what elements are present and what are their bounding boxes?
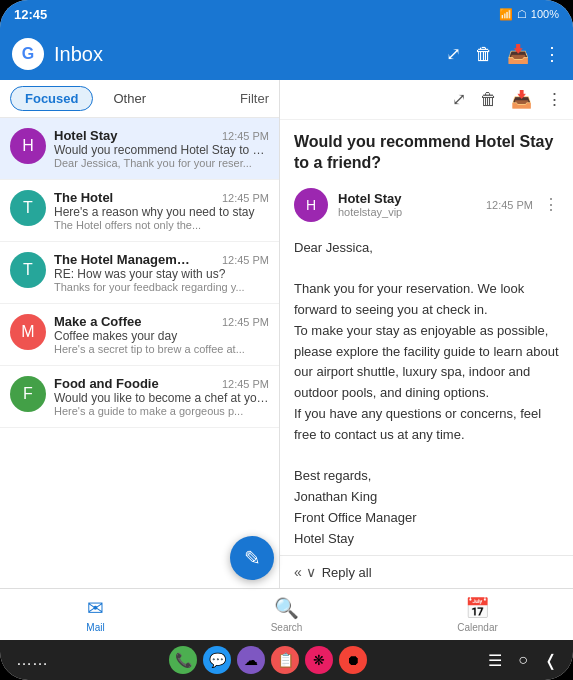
status-icons: 📶 ☖ 100%	[499, 8, 559, 21]
bottom-nav: ✉ Mail 🔍 Search 📅 Calendar	[0, 588, 573, 640]
email-content-2: The Hotel Management 12:45 PM RE: How wa…	[54, 252, 269, 293]
status-time: 12:45	[14, 7, 47, 22]
tab-other[interactable]: Other	[99, 87, 160, 110]
avatar-0: H	[10, 128, 46, 164]
email-subject-3: Coffee makes your day	[54, 329, 269, 343]
detail-subject: Would you recommend Hotel Stay to a frie…	[280, 120, 573, 182]
search-nav-label: Search	[271, 622, 303, 633]
avatar-4: F	[10, 376, 46, 412]
compose-icon: ✎	[244, 546, 261, 570]
android-dock: …… 📞 💬 ☁ 📋 ❋ ⏺ ☰ ○ ❬	[0, 640, 573, 680]
messages-app[interactable]: 💬	[203, 646, 231, 674]
detail-sender-row: H Hotel Stay hotelstay_vip 12:45 PM ⋮	[280, 182, 573, 228]
avatar-3: M	[10, 314, 46, 350]
app-header: G Inbox ⤢ 🗑 📥 ⋮	[0, 28, 573, 80]
more-detail-icon[interactable]: ⋮	[546, 89, 563, 110]
wifi-icon: 📶	[499, 8, 513, 21]
email-sender-2: The Hotel Management	[54, 252, 194, 267]
header-left: G Inbox	[12, 38, 103, 70]
email-item-4[interactable]: F Food and Foodie 12:45 PM Would you lik…	[0, 366, 279, 428]
tabs-row: Focused Other Filter	[0, 80, 279, 118]
email-sender-0: Hotel Stay	[54, 128, 118, 143]
email-subject-0: Would you recommend Hotel Stay to a fr..…	[54, 143, 269, 157]
grid-icon[interactable]: ……	[16, 651, 48, 669]
phone-frame: 12:45 📶 ☖ 100% G Inbox ⤢ 🗑 📥 ⋮ Focused O…	[0, 0, 573, 680]
avatar-1: T	[10, 190, 46, 226]
email-item-3[interactable]: M Make a Coffee 12:45 PM Coffee makes yo…	[0, 304, 279, 366]
archive-detail-icon[interactable]: 📥	[511, 89, 532, 110]
reply-bar[interactable]: « ∨ Reply all	[280, 555, 573, 588]
reply-all-icon: « ∨	[294, 564, 316, 580]
signal-icon: ☖	[517, 8, 527, 21]
email-time-2: 12:45 PM	[222, 254, 269, 266]
email-subject-2: RE: How was your stay with us?	[54, 267, 269, 281]
email-sender-1: The Hotel	[54, 190, 113, 205]
email-content-4: Food and Foodie 12:45 PM Would you like …	[54, 376, 269, 417]
compose-fab[interactable]: ✎	[230, 536, 274, 580]
email-preview-1: The Hotel offers not only the...	[54, 219, 269, 231]
calendar-nav-icon: 📅	[465, 596, 490, 620]
reply-all-label[interactable]: Reply all	[322, 565, 372, 580]
nav-lines-icon[interactable]: ☰	[488, 651, 502, 670]
more-icon[interactable]: ⋮	[543, 43, 561, 65]
main-content: Focused Other Filter H Hotel Stay 12:45 …	[0, 80, 573, 588]
delete-detail-icon[interactable]: 🗑	[480, 90, 497, 110]
email-list: H Hotel Stay 12:45 PM Would you recommen…	[0, 118, 279, 588]
filter-button[interactable]: Filter	[240, 91, 269, 106]
mail-nav-icon: ✉	[87, 596, 104, 620]
battery-icon: 100%	[531, 8, 559, 20]
calendar-nav-label: Calendar	[457, 622, 498, 633]
record-app[interactable]: ⏺	[339, 646, 367, 674]
nav-calendar[interactable]: 📅 Calendar	[382, 596, 573, 633]
nav-back-icon[interactable]: ❬	[544, 651, 557, 670]
header-actions: ⤢ 🗑 📥 ⋮	[446, 43, 561, 65]
cloud-app[interactable]: ☁	[237, 646, 265, 674]
delete-icon[interactable]: 🗑	[475, 44, 493, 65]
nav-search[interactable]: 🔍 Search	[191, 596, 382, 633]
email-time-4: 12:45 PM	[222, 378, 269, 390]
detail-sender-name: Hotel Stay	[338, 191, 476, 206]
expand-detail-icon[interactable]: ⤢	[452, 89, 466, 110]
avatar-2: T	[10, 252, 46, 288]
email-time-0: 12:45 PM	[222, 130, 269, 142]
search-nav-icon: 🔍	[274, 596, 299, 620]
email-subject-1: Here's a reason why you need to stay	[54, 205, 269, 219]
expand-icon[interactable]: ⤢	[446, 43, 461, 65]
detail-sender-email: hotelstay_vip	[338, 206, 476, 218]
nav-circle-icon[interactable]: ○	[518, 651, 528, 669]
tab-focused[interactable]: Focused	[10, 86, 93, 111]
email-item-1[interactable]: T The Hotel 12:45 PM Here's a reason why…	[0, 180, 279, 242]
detail-sender-info: Hotel Stay hotelstay_vip	[338, 191, 476, 218]
detail-avatar: H	[294, 188, 328, 222]
email-time-3: 12:45 PM	[222, 316, 269, 328]
detail-more-icon[interactable]: ⋮	[543, 195, 559, 214]
dock-nav: ☰ ○ ❬	[488, 651, 557, 670]
mail-nav-label: Mail	[86, 622, 104, 633]
detail-toolbar: ⤢ 🗑 📥 ⋮	[280, 80, 573, 120]
email-content-1: The Hotel 12:45 PM Here's a reason why y…	[54, 190, 269, 231]
status-bar: 12:45 📶 ☖ 100%	[0, 0, 573, 28]
detail-body: Dear Jessica, Thank you for your reserva…	[280, 228, 573, 555]
email-preview-2: Thanks for your feedback regarding y...	[54, 281, 269, 293]
header-title: Inbox	[54, 43, 103, 66]
archive-icon[interactable]: 📥	[507, 43, 529, 65]
email-item-0[interactable]: H Hotel Stay 12:45 PM Would you recommen…	[0, 118, 279, 180]
flower-app[interactable]: ❋	[305, 646, 333, 674]
tasks-app[interactable]: 📋	[271, 646, 299, 674]
google-logo: G	[12, 38, 44, 70]
email-content-3: Make a Coffee 12:45 PM Coffee makes your…	[54, 314, 269, 355]
email-detail-pane: ⤢ 🗑 📥 ⋮ Would you recommend Hotel Stay t…	[280, 80, 573, 588]
email-preview-0: Dear Jessica, Thank you for your reser..…	[54, 157, 269, 169]
email-item-2[interactable]: T The Hotel Management 12:45 PM RE: How …	[0, 242, 279, 304]
email-subject-4: Would you like to become a chef at you..	[54, 391, 269, 405]
email-list-pane: Focused Other Filter H Hotel Stay 12:45 …	[0, 80, 280, 588]
email-sender-4: Food and Foodie	[54, 376, 159, 391]
nav-mail[interactable]: ✉ Mail	[0, 596, 191, 633]
dock-apps: 📞 💬 ☁ 📋 ❋ ⏺	[169, 646, 367, 674]
email-content-0: Hotel Stay 12:45 PM Would you recommend …	[54, 128, 269, 169]
email-time-1: 12:45 PM	[222, 192, 269, 204]
email-preview-3: Here's a secret tip to brew a coffee at.…	[54, 343, 269, 355]
detail-time: 12:45 PM	[486, 199, 533, 211]
phone-app[interactable]: 📞	[169, 646, 197, 674]
email-sender-3: Make a Coffee	[54, 314, 141, 329]
